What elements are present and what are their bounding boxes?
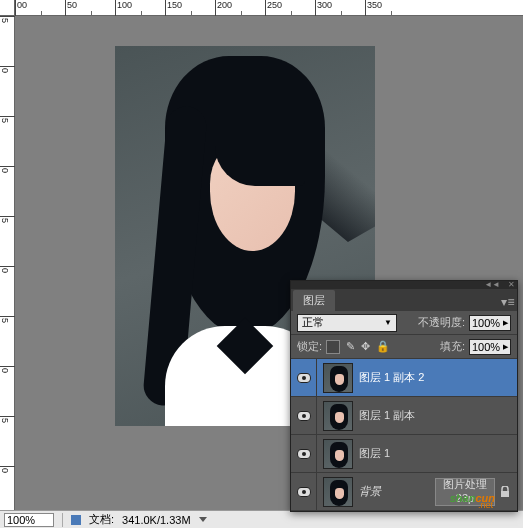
lock-image-icon[interactable]: ✎	[346, 340, 355, 353]
layer-name[interactable]: 图层 1 副本	[359, 408, 517, 423]
tag-text: 23p	[456, 492, 474, 505]
layer-thumbnail[interactable]	[323, 439, 353, 469]
ruler-vertical: 5 0 5 0 5 0 5 0 5 0	[0, 16, 15, 510]
layers-panel[interactable]: ◄◄ ✕ 图层 ▾≡ 正常 ▼ 不透明度: 100% ▶ 锁定: ✎ ✥ 🔒 填…	[290, 280, 518, 512]
eye-icon	[297, 449, 311, 459]
ruler-tick: 5	[0, 216, 15, 266]
layer-row[interactable]: 图层 1 副本 2	[291, 359, 517, 397]
opacity-label: 不透明度:	[418, 315, 465, 330]
ruler-tick: 0	[0, 166, 15, 216]
ruler-tick: 0	[0, 466, 15, 516]
blend-mode-select[interactable]: 正常 ▼	[297, 314, 397, 332]
lock-label: 锁定:	[297, 339, 322, 354]
visibility-toggle[interactable]	[291, 435, 317, 473]
collapse-icon[interactable]: ◄◄	[484, 281, 500, 289]
blend-row: 正常 ▼ 不透明度: 100% ▶	[291, 311, 517, 335]
svg-rect-0	[501, 491, 509, 497]
image-content	[215, 116, 305, 186]
fill-value: 100%	[472, 341, 500, 353]
ruler-tick: 5	[0, 16, 15, 66]
lock-position-icon[interactable]: ✥	[361, 340, 370, 353]
ruler-tick: 0	[0, 266, 15, 316]
lock-icon	[499, 486, 511, 498]
ruler-tick: 300	[315, 0, 365, 16]
visibility-toggle[interactable]	[291, 359, 317, 397]
chevron-right-icon[interactable]	[199, 517, 207, 522]
layer-thumbnail[interactable]	[323, 477, 353, 507]
opacity-input[interactable]: 100% ▶	[469, 315, 511, 331]
ruler-tick: 0	[0, 66, 15, 116]
blend-mode-value: 正常	[302, 315, 324, 330]
layer-row[interactable]: 背景 图片处理 23p	[291, 473, 517, 511]
separator	[62, 513, 63, 527]
status-icon	[71, 515, 81, 525]
layer-tags: 图片处理 23p	[435, 478, 495, 506]
ruler-tick: 5	[0, 116, 15, 166]
fill-label: 填充:	[440, 339, 465, 354]
chevron-down-icon: ▼	[384, 318, 392, 327]
layer-name[interactable]: 图层 1	[359, 446, 517, 461]
ruler-tick: 200	[215, 0, 265, 16]
lock-transparency-button[interactable]	[326, 340, 340, 354]
ruler-tick: 0	[0, 366, 15, 416]
ruler-tick: 100	[115, 0, 165, 16]
eye-icon	[297, 487, 311, 497]
layer-row[interactable]: 图层 1 副本	[291, 397, 517, 435]
layer-thumbnail[interactable]	[323, 363, 353, 393]
ruler-tick: 50	[65, 0, 115, 16]
ruler-tick: 350	[365, 0, 415, 16]
ruler-tick: 5	[0, 316, 15, 366]
ruler-corner	[0, 0, 15, 16]
layers-list: 图层 1 副本 2 图层 1 副本 图层 1 背景 图片处理 23p	[291, 359, 517, 511]
ruler-tick: 250	[265, 0, 315, 16]
panel-tabs: 图层 ▾≡	[291, 289, 517, 311]
visibility-toggle[interactable]	[291, 397, 317, 435]
layer-name[interactable]: 图层 1 副本 2	[359, 370, 517, 385]
doc-label: 文档:	[89, 512, 114, 527]
ruler-tick: 5	[0, 416, 15, 466]
ruler-tick: 00	[15, 0, 65, 16]
chevron-right-icon: ▶	[503, 319, 508, 327]
opacity-value: 100%	[472, 317, 500, 329]
layer-thumbnail[interactable]	[323, 401, 353, 431]
fill-input[interactable]: 100% ▶	[469, 339, 511, 355]
ruler-tick: 150	[165, 0, 215, 16]
visibility-toggle[interactable]	[291, 473, 317, 511]
tag-text: 图片处理	[443, 478, 487, 491]
status-bar: 100% 文档: 341.0K/1.33M	[0, 510, 523, 528]
ruler-horizontal: 00 50 100 150 200 250 300 350	[15, 0, 523, 16]
lock-buttons: ✎ ✥ 🔒	[326, 340, 390, 354]
doc-size: 341.0K/1.33M	[122, 514, 191, 526]
close-icon[interactable]: ✕	[508, 281, 515, 289]
chevron-right-icon: ▶	[503, 343, 508, 351]
layer-name[interactable]: 背景	[359, 484, 435, 499]
zoom-value: 100%	[7, 514, 35, 526]
panel-titlebar[interactable]: ◄◄ ✕	[291, 281, 517, 289]
lock-all-icon[interactable]: 🔒	[376, 340, 390, 353]
zoom-input[interactable]: 100%	[4, 513, 54, 527]
layer-row[interactable]: 图层 1	[291, 435, 517, 473]
eye-icon	[297, 373, 311, 383]
eye-icon	[297, 411, 311, 421]
lock-row: 锁定: ✎ ✥ 🔒 填充: 100% ▶	[291, 335, 517, 359]
panel-menu-icon[interactable]: ▾≡	[499, 293, 517, 311]
tab-layers[interactable]: 图层	[293, 290, 335, 311]
